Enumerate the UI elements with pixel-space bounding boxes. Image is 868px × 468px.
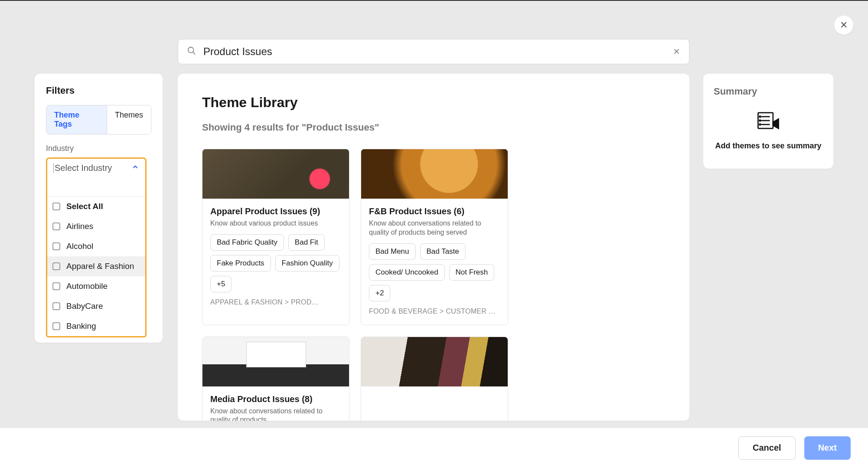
industry-option-label: BabyCare [66,301,103,311]
industry-option-label: Airlines [66,222,93,231]
search-icon [187,46,196,57]
theme-tag-pill[interactable]: Bad Menu [369,243,416,260]
svg-point-7 [760,120,761,121]
theme-card-title: Apparel Product Issues (9) [210,206,341,216]
svg-point-0 [188,47,194,53]
industry-label: Industry [46,144,151,153]
industry-option[interactable]: Select All [47,196,145,216]
theme-library-panel: Theme Library Showing 4 results for "Pro… [178,74,689,421]
theme-cards-grid: Apparel Product Issues (9)Know about var… [202,149,665,421]
filters-title: Filters [46,85,151,96]
search-input[interactable] [203,46,673,58]
theme-card-image [361,149,508,199]
industry-dropdown: Select Industry Select AllAirlinesAlcoho… [46,157,147,337]
checkbox-icon[interactable] [52,322,60,330]
summary-title: Summary [714,86,823,97]
theme-card-image [202,337,349,386]
theme-card[interactable]: F&B Product Issues (6)Know about convers… [361,149,508,325]
theme-card-tags: Bad MenuBad TasteCooked/ UncookedNot Fre… [369,243,500,301]
svg-line-1 [193,52,196,55]
theme-card[interactable]: Apparel Product Issues (9)Know about var… [202,149,349,325]
theme-card[interactable]: Media Product Issues (8)Know about conve… [202,337,349,421]
close-icon: ✕ [840,20,848,31]
checkbox-icon[interactable] [52,282,60,290]
theme-tag-pill[interactable]: Bad Fabric Quality [210,234,284,251]
theme-tag-pill[interactable]: Bad Fit [288,234,325,251]
summary-empty-icon [756,110,781,131]
theme-card-title: Media Product Issues (8) [210,394,341,404]
industry-dropdown-search-input[interactable] [52,180,141,193]
theme-tag-pill[interactable]: Not Fresh [449,264,495,281]
industry-option[interactable]: Apparel & Fashion [47,256,145,276]
industry-option-label: Banking [66,321,96,331]
checkbox-icon[interactable] [52,203,60,210]
industry-option-label: Apparel & Fashion [66,262,134,271]
theme-tag-pill[interactable]: +2 [369,285,390,301]
cancel-button[interactable]: Cancel [738,436,796,460]
industry-dropdown-placeholder: Select Industry [53,163,112,173]
page-title: Theme Library [202,95,665,111]
next-button[interactable]: Next [804,436,851,460]
theme-card-breadcrumb: FOOD & BEVERAGE > CUSTOMER CARE [369,308,500,315]
industry-option[interactable]: Automobile [47,276,145,296]
theme-tag-pill[interactable]: Bad Taste [420,243,466,260]
theme-card-title: F&B Product Issues (6) [369,206,500,216]
industry-option[interactable]: Alcohol [47,236,145,256]
theme-card[interactable] [361,337,508,421]
summary-empty-text: Add themes to see summary [714,141,823,151]
theme-card-image [202,149,349,199]
theme-card-body: Apparel Product Issues (9)Know about var… [202,199,349,316]
checkbox-icon[interactable] [52,262,60,270]
theme-tag-pill[interactable]: Fake Products [210,255,271,272]
theme-tag-pill[interactable]: Cooked/ Uncooked [369,264,445,281]
theme-card-body: Media Product Issues (8)Know about conve… [202,386,349,421]
theme-card-description: Know about conversations related to qual… [210,407,341,421]
industry-dropdown-search [47,177,145,196]
search-bar: ✕ [178,39,689,64]
checkbox-icon[interactable] [52,242,60,250]
theme-card-tags: Bad Fabric QualityBad FitFake ProductsFa… [210,234,341,292]
filters-tab-group: Theme Tags Themes [46,105,151,134]
search-clear-button[interactable]: ✕ [673,46,680,57]
industry-option-label: Automobile [66,281,108,291]
industry-option[interactable]: Banking [47,316,145,336]
theme-card-breadcrumb: APPAREL & FASHION > PROD… [210,298,341,306]
close-button[interactable]: ✕ [834,16,853,35]
summary-panel: Summary Add themes to see summary [703,74,833,169]
industry-option[interactable]: Airlines [47,216,145,236]
tab-themes[interactable]: Themes [107,105,151,134]
theme-card-body: F&B Product Issues (6)Know about convers… [361,199,508,325]
industry-option-label: Alcohol [66,242,93,251]
industry-dropdown-menu: Select AllAirlinesAlcoholApparel & Fashi… [46,177,147,337]
modal-footer: Cancel Next [0,427,868,468]
industry-option[interactable]: BabyCare [47,296,145,316]
checkbox-icon[interactable] [52,302,60,310]
svg-point-8 [760,124,761,125]
results-count: Showing 4 results for "Product Issues" [202,122,665,133]
modal-viewport: ✕ ✕ Filters Theme Tags Themes Industry S… [0,0,868,468]
theme-tag-pill[interactable]: Fashion Quality [275,255,339,272]
theme-card-description: Know about various product issues [210,219,341,228]
theme-tag-pill[interactable]: +5 [210,276,232,292]
industry-dropdown-trigger[interactable]: Select Industry [46,157,147,177]
industry-option-label: Select All [66,202,103,211]
tab-theme-tags[interactable]: Theme Tags [46,105,107,134]
checkbox-icon[interactable] [52,223,60,230]
theme-card-image [361,337,508,386]
chevron-up-icon [131,163,139,173]
svg-point-6 [760,116,761,118]
filters-panel: Filters Theme Tags Themes Industry Selec… [35,74,163,343]
theme-card-description: Know about conversations related to qual… [369,219,500,237]
